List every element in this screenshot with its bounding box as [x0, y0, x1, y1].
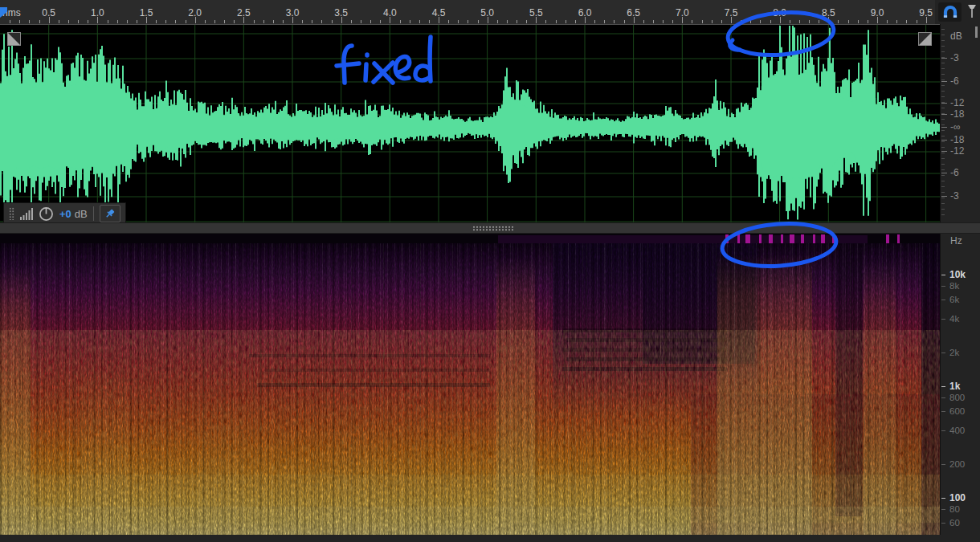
ruler-tick — [205, 20, 206, 23]
db-scale-tick — [941, 153, 945, 153]
db-scale-tick — [941, 51, 945, 52]
ruler-time-label: 4.0 — [383, 7, 397, 18]
hz-scale-tick — [941, 523, 945, 524]
ruler-tick — [526, 20, 527, 23]
spectral-display-panel[interactable] — [0, 234, 940, 535]
frequency-scale[interactable]: Hz 10k8k6k4k2k1k8006004002001008060 — [940, 234, 980, 535]
ruler-time-label: 2.0 — [188, 7, 202, 18]
ruler-tick — [448, 20, 449, 23]
gain-knob-icon[interactable] — [39, 206, 54, 222]
ruler-tick — [29, 20, 30, 23]
ruler-tick — [332, 20, 333, 23]
magnet-icon — [941, 5, 959, 19]
ruler-tick — [400, 20, 401, 23]
ruler-tick — [39, 20, 40, 23]
db-scale-tick — [941, 124, 945, 125]
waveform-display-panel[interactable]: +0 dB — [0, 24, 940, 222]
db-scale-tick — [941, 164, 945, 165]
ruler-tick — [419, 20, 420, 23]
ruler-tick — [312, 20, 312, 23]
db-scale-tick — [941, 119, 945, 120]
ruler-tick — [224, 20, 225, 23]
ruler-tick — [663, 20, 664, 23]
ruler-tick — [117, 20, 118, 23]
ruler-time-label: 8.0 — [773, 7, 786, 18]
ruler-time-label: 4.5 — [432, 7, 446, 18]
hz-scale-tick — [941, 286, 945, 287]
ruler-tick — [78, 20, 79, 23]
ruler-tick — [604, 20, 605, 23]
amplitude-scale[interactable]: dB -3-6-12-18-∞-18-12-6-3 — [940, 24, 980, 222]
hz-scale-label: 200 — [949, 459, 965, 469]
ruler-tick — [507, 20, 508, 23]
marker-pin-icon[interactable] — [966, 4, 978, 20]
timeline-ruler[interactable]: hms 0.51.01.52.02.53.03.54.04.55.05.56.0… — [0, 0, 935, 25]
gain-value[interactable]: +0 — [59, 208, 71, 220]
ruler-tick — [283, 20, 284, 23]
ruler-tick — [321, 20, 322, 23]
fade-in-handle[interactable] — [8, 33, 20, 45]
hz-scale-tick — [941, 300, 945, 300]
hz-scale-tick — [941, 411, 945, 412]
db-scale-tick-major — [941, 127, 947, 128]
gain-hud[interactable]: +0 dB — [3, 202, 126, 225]
db-scale-tick — [941, 181, 945, 181]
db-scale-tick — [941, 91, 945, 92]
hz-scale-tick — [941, 353, 945, 353]
ruler-tick — [88, 20, 88, 23]
snap-toggle-button[interactable] — [938, 2, 962, 22]
hz-scale-label: 80 — [949, 504, 960, 514]
fade-out-handle[interactable] — [919, 33, 931, 45]
ruler-tick — [575, 20, 576, 23]
db-scale-tick — [941, 198, 945, 198]
db-scale-tick — [941, 96, 945, 97]
ruler-tick — [137, 20, 137, 23]
db-scale-tick — [941, 46, 945, 47]
ruler-tick — [370, 20, 371, 23]
ruler-tick — [750, 20, 751, 23]
levels-icon — [20, 208, 33, 220]
hz-scale-tick — [941, 397, 945, 398]
ruler-time-label: 7.5 — [725, 7, 738, 18]
hz-scale-label: 2k — [949, 348, 959, 357]
db-scale-tick — [941, 186, 945, 187]
db-scale-tick — [941, 175, 945, 176]
hz-scale-tick — [941, 275, 945, 275]
ruler-tick — [351, 20, 352, 23]
db-scale-tick — [941, 192, 945, 193]
ruler-time-label: 2.5 — [237, 7, 251, 18]
db-scale-tick-major — [941, 151, 947, 152]
splitter-grip[interactable] — [472, 226, 514, 231]
ruler-time-label: 6.0 — [578, 7, 592, 18]
vertical-scrollbar-thumb[interactable] — [975, 26, 978, 38]
waveform-canvas — [0, 25, 940, 222]
ruler-tick — [887, 20, 888, 23]
ruler-tick — [127, 20, 128, 23]
ruler-tick — [497, 20, 498, 23]
db-scale-tick — [941, 85, 945, 86]
hud-drag-handle[interactable] — [9, 207, 14, 220]
db-scale-label: -3 — [950, 190, 959, 202]
db-scale-tick — [941, 169, 945, 170]
panel-splitter[interactable] — [0, 222, 980, 234]
bottom-chrome-strip — [0, 535, 980, 542]
ruler-tick — [429, 20, 430, 23]
db-scale-tick — [941, 141, 945, 142]
hud-pin-button[interactable] — [100, 205, 120, 222]
ruler-time-label: 5.5 — [529, 7, 543, 18]
hz-scale-tick — [941, 319, 945, 320]
db-scale-tick-major — [941, 81, 947, 82]
ruler-tick — [721, 20, 722, 23]
ruler-tick — [214, 20, 215, 23]
db-scale-tick — [941, 209, 945, 210]
ruler-time-label: 7.0 — [676, 7, 689, 18]
ruler-time-label: 5.0 — [480, 7, 494, 18]
db-scale-tick — [941, 79, 945, 80]
ruler-tick — [692, 20, 692, 23]
db-scale-label: -18 — [950, 108, 964, 120]
db-scale-tick — [941, 203, 945, 204]
db-scale-tick — [941, 74, 945, 75]
hz-scale-label: 600 — [949, 406, 965, 416]
hz-scale-label: 800 — [949, 393, 965, 402]
ruler-tick — [741, 20, 741, 23]
